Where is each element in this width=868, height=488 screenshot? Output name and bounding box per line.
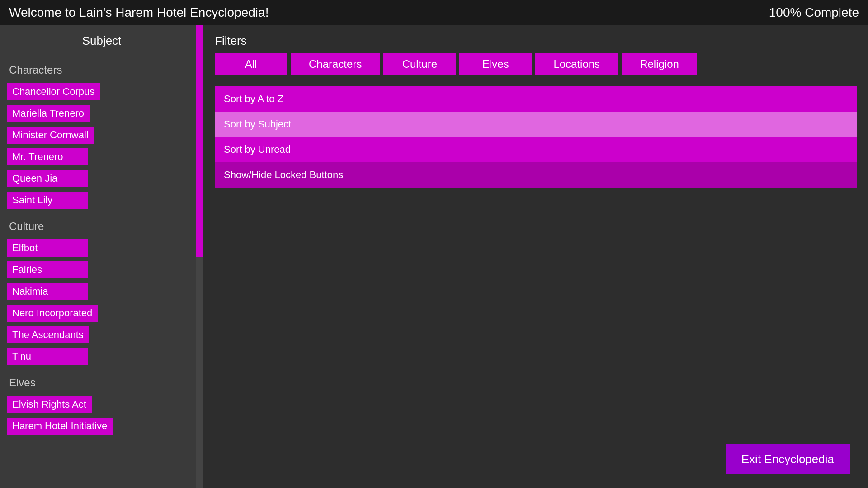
filter-btn-culture[interactable]: Culture bbox=[383, 53, 456, 75]
filter-btn-locations[interactable]: Locations bbox=[535, 53, 618, 75]
entry-button-the-ascendants[interactable]: The Ascendants bbox=[7, 326, 89, 343]
entry-button-minister-cornwall[interactable]: Minister Cornwall bbox=[7, 127, 94, 144]
scrollbar[interactable] bbox=[196, 25, 203, 488]
left-panel: Subject CharactersChancellor CorpusMarie… bbox=[0, 25, 203, 488]
sort-option-2[interactable]: Sort by Unread bbox=[215, 137, 857, 162]
entry-button-nero-incorporated[interactable]: Nero Incorporated bbox=[7, 305, 98, 322]
entry-button-saint-lily[interactable]: Saint Lily bbox=[7, 192, 88, 209]
sort-options: Sort by A to ZSort by SubjectSort by Unr… bbox=[215, 86, 857, 188]
header: Welcome to Lain's Harem Hotel Encycloped… bbox=[0, 0, 868, 25]
header-completion: 100% Complete bbox=[769, 5, 859, 20]
entry-button-elfbot[interactable]: Elfbot bbox=[7, 239, 88, 257]
sort-option-3[interactable]: Show/Hide Locked Buttons bbox=[215, 162, 857, 188]
filter-btn-elves[interactable]: Elves bbox=[459, 53, 532, 75]
filter-buttons: AllCharactersCultureElvesLocationsReligi… bbox=[215, 53, 857, 75]
scrollbar-thumb bbox=[196, 25, 203, 257]
entry-button-elvish-rights-act[interactable]: Elvish Rights Act bbox=[7, 396, 92, 413]
filter-btn-characters[interactable]: Characters bbox=[291, 53, 380, 75]
sort-option-0[interactable]: Sort by A to Z bbox=[215, 86, 857, 112]
scrollbar-track bbox=[196, 257, 203, 488]
sort-option-1[interactable]: Sort by Subject bbox=[215, 112, 857, 137]
section-label-elves: Elves bbox=[9, 376, 197, 389]
entry-button-queen-jia[interactable]: Queen Jia bbox=[7, 170, 88, 187]
left-panel-content[interactable]: CharactersChancellor CorpusMariella Tren… bbox=[0, 55, 203, 486]
section-label-characters: Characters bbox=[9, 64, 197, 76]
filter-btn-all[interactable]: All bbox=[215, 53, 287, 75]
entry-button-tinu[interactable]: Tinu bbox=[7, 348, 88, 365]
filters-label: Filters bbox=[215, 34, 857, 48]
filter-btn-religion[interactable]: Religion bbox=[622, 53, 697, 75]
right-panel: Filters AllCharactersCultureElvesLocatio… bbox=[203, 25, 868, 488]
entry-button-nakimia[interactable]: Nakimia bbox=[7, 283, 88, 300]
entry-button-chancellor-corpus[interactable]: Chancellor Corpus bbox=[7, 83, 100, 100]
entry-button-mr.-trenero[interactable]: Mr. Trenero bbox=[7, 148, 88, 165]
exit-encyclopedia-button[interactable]: Exit Encyclopedia bbox=[726, 444, 850, 474]
entry-button-fairies[interactable]: Fairies bbox=[7, 261, 88, 278]
entry-button-mariella-trenero[interactable]: Mariella Trenero bbox=[7, 105, 90, 122]
entry-button-harem-hotel-initiative[interactable]: Harem Hotel Initiative bbox=[7, 418, 113, 435]
main-container: Subject CharactersChancellor CorpusMarie… bbox=[0, 25, 868, 488]
header-title: Welcome to Lain's Harem Hotel Encycloped… bbox=[9, 5, 269, 20]
subject-label: Subject bbox=[0, 25, 203, 55]
section-label-culture: Culture bbox=[9, 220, 197, 233]
